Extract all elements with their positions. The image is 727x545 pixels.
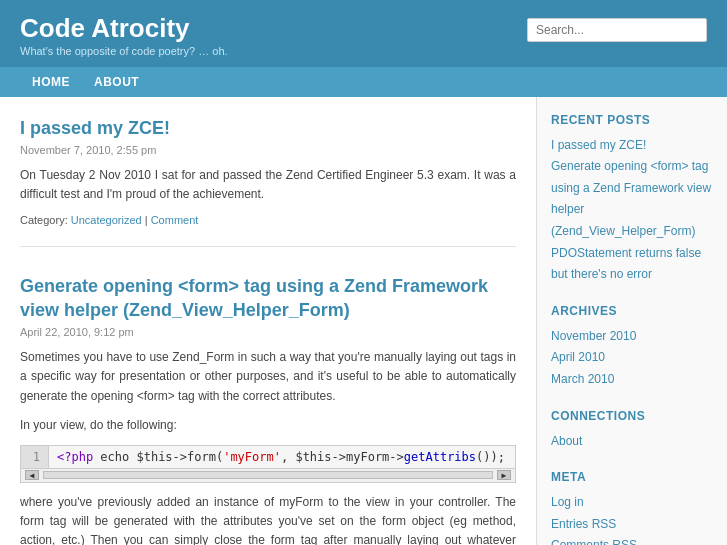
nav: HOME ABOUT xyxy=(0,67,727,97)
header: Code Atrocity What's the opposite of cod… xyxy=(0,0,727,67)
sidebar: RECENT POSTS I passed my ZCE! Generate o… xyxy=(537,97,727,545)
main-content: I passed my ZCE! November 7, 2010, 2:55 … xyxy=(0,97,537,545)
sidebar-archive-mar2010[interactable]: March 2010 xyxy=(551,369,713,391)
sidebar-recent-post-3[interactable]: PDOStatement returns false but there's n… xyxy=(551,243,713,286)
post-2-body-intro: In your view, do the following: xyxy=(20,416,516,435)
site-title: Code Atrocity xyxy=(20,14,228,43)
sidebar-recent-post-1[interactable]: I passed my ZCE! xyxy=(551,135,713,157)
line-code: <?php echo $this->form('myForm', $this->… xyxy=(49,446,513,468)
post-1-date: November 7, 2010, 2:55 pm xyxy=(20,144,516,156)
code-line-1: 1 <?php echo $this->form('myForm', $this… xyxy=(21,446,515,468)
site-tagline: What's the opposite of code poetry? … oh… xyxy=(20,45,228,57)
site-branding: Code Atrocity What's the opposite of cod… xyxy=(20,14,228,57)
sidebar-archives-title: ARCHIVES xyxy=(551,304,713,318)
post-1: I passed my ZCE! November 7, 2010, 2:55 … xyxy=(20,117,516,248)
scroll-right[interactable]: ▶ xyxy=(497,470,511,480)
post-2-body-before: Sometimes you have to use Zend_Form in s… xyxy=(20,348,516,406)
post-2: Generate opening <form> tag using a Zend… xyxy=(20,275,516,545)
scroll-right-arrows[interactable]: ▶ xyxy=(497,470,511,480)
sidebar-connections: CONNECTIONS About xyxy=(551,409,713,453)
post-1-meta: Category: Uncategorized | Comment xyxy=(20,214,516,226)
post-1-category[interactable]: Uncategorized xyxy=(71,214,142,226)
post-1-title[interactable]: I passed my ZCE! xyxy=(20,117,516,140)
code-scrollbar[interactable]: ◀ ▶ xyxy=(21,468,515,482)
code-block: 1 <?php echo $this->form('myForm', $this… xyxy=(20,445,516,483)
scroll-left-arrows[interactable]: ◀ xyxy=(25,470,39,480)
scroll-left[interactable]: ◀ xyxy=(25,470,39,480)
sidebar-meta-entries-rss[interactable]: Entries RSS xyxy=(551,514,713,536)
sidebar-archives: ARCHIVES November 2010 April 2010 March … xyxy=(551,304,713,391)
content-wrapper: I passed my ZCE! November 7, 2010, 2:55 … xyxy=(0,97,727,545)
nav-about[interactable]: ABOUT xyxy=(82,67,151,97)
nav-home[interactable]: HOME xyxy=(20,67,82,97)
scroll-track[interactable] xyxy=(43,471,493,479)
sidebar-connections-title: CONNECTIONS xyxy=(551,409,713,423)
line-number: 1 xyxy=(21,446,49,468)
sidebar-meta-login[interactable]: Log in xyxy=(551,492,713,514)
sidebar-meta-comments-rss[interactable]: Comments RSS xyxy=(551,535,713,545)
sidebar-meta-title: META xyxy=(551,470,713,484)
sidebar-recent-posts-title: RECENT POSTS xyxy=(551,113,713,127)
search-box[interactable] xyxy=(527,18,707,42)
sidebar-recent-posts: RECENT POSTS I passed my ZCE! Generate o… xyxy=(551,113,713,286)
search-input[interactable] xyxy=(527,18,707,42)
sidebar-archive-nov2010[interactable]: November 2010 xyxy=(551,326,713,348)
sidebar-recent-post-2[interactable]: Generate opening <form> tag using a Zend… xyxy=(551,156,713,242)
post-1-comment[interactable]: Comment xyxy=(151,214,199,226)
post-1-body: On Tuesday 2 Nov 2010 I sat for and pass… xyxy=(20,166,516,204)
post-2-title[interactable]: Generate opening <form> tag using a Zend… xyxy=(20,275,516,322)
post-2-body-after: where you've previously added an instanc… xyxy=(20,493,516,545)
post-2-date: April 22, 2010, 9:12 pm xyxy=(20,326,516,338)
sidebar-archive-apr2010[interactable]: April 2010 xyxy=(551,347,713,369)
sidebar-meta: META Log in Entries RSS Comments RSS Wor… xyxy=(551,470,713,545)
sidebar-connections-about[interactable]: About xyxy=(551,431,713,453)
